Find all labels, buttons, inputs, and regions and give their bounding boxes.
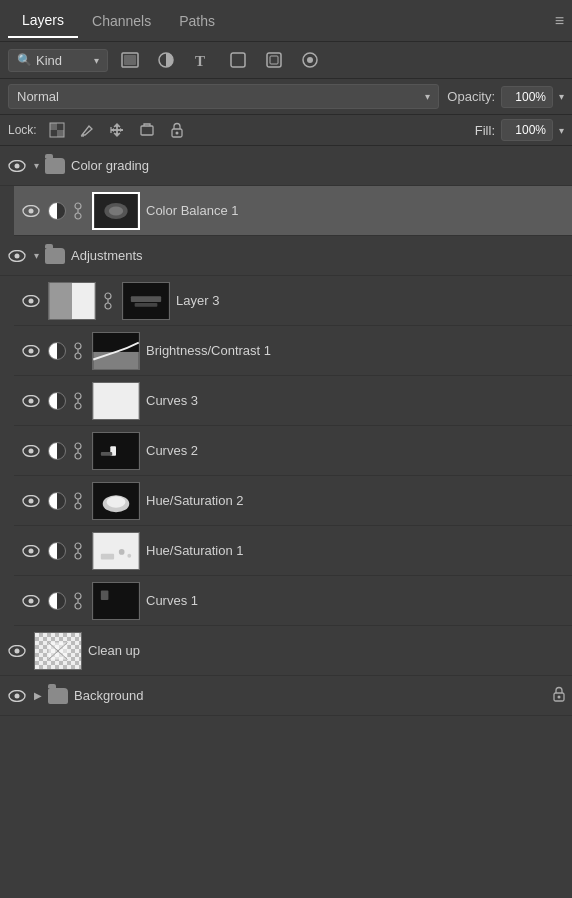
layer-row[interactable]: ▶ Background: [0, 676, 572, 716]
svg-rect-48: [93, 351, 138, 368]
layer-name: Hue/Saturation 2: [146, 493, 566, 508]
group-chevron-icon[interactable]: ▾: [34, 250, 39, 261]
kind-label: Kind: [36, 53, 90, 68]
lock-artboard-button[interactable]: [135, 119, 159, 141]
tab-paths[interactable]: Paths: [165, 5, 229, 37]
visibility-toggle[interactable]: [20, 495, 42, 507]
layers-list: ▾ Color grading Color Balance 1: [0, 146, 572, 898]
svg-rect-62: [101, 451, 112, 455]
shape-filter-icon[interactable]: [224, 47, 252, 73]
adjustment-icon: [48, 202, 66, 220]
kind-filter-dropdown[interactable]: 🔍 Kind ▾: [8, 49, 108, 72]
layer-row[interactable]: Color Balance 1: [14, 186, 572, 236]
svg-rect-85: [93, 583, 138, 619]
layer-row[interactable]: Brightness/Contrast 1: [14, 326, 572, 376]
svg-point-50: [29, 398, 34, 403]
svg-point-66: [75, 503, 81, 509]
layer-thumbnail: [34, 632, 82, 670]
svg-text:T: T: [195, 53, 205, 69]
group-chevron-icon[interactable]: ▶: [34, 690, 42, 701]
group-chevron-icon[interactable]: ▾: [34, 160, 39, 171]
visibility-toggle[interactable]: [20, 445, 42, 457]
adjustment-icon: [48, 392, 66, 410]
layer-row[interactable]: Hue/Saturation 1: [14, 526, 572, 576]
svg-rect-6: [270, 56, 278, 64]
svg-rect-5: [267, 53, 281, 67]
lock-position-button[interactable]: [105, 119, 129, 141]
opacity-input[interactable]: [501, 86, 553, 108]
visibility-toggle[interactable]: [20, 345, 42, 357]
layer-thumbnail: [92, 432, 140, 470]
lock-all-button[interactable]: [165, 119, 189, 141]
adjustment-icon: [48, 442, 66, 460]
layer-row[interactable]: Curves 1: [14, 576, 572, 626]
svg-point-23: [29, 208, 34, 213]
svg-point-21: [15, 163, 20, 168]
clip-mask-icon: [72, 592, 86, 610]
layer-row[interactable]: Curves 2: [14, 426, 572, 476]
clip-mask-icon: [72, 442, 86, 460]
visibility-toggle[interactable]: [6, 645, 28, 657]
svg-point-52: [75, 403, 81, 409]
blend-mode-dropdown[interactable]: Normal ▾: [8, 84, 439, 109]
layer-row[interactable]: Hue/Saturation 2: [14, 476, 572, 526]
visibility-toggle[interactable]: [20, 295, 42, 307]
layer-thumbnail: [48, 282, 96, 320]
lock-transparent-button[interactable]: [45, 119, 69, 141]
layer-name: Color Balance 1: [146, 203, 566, 218]
opacity-section: Opacity: ▾: [447, 86, 564, 108]
svg-point-58: [75, 453, 81, 459]
layer-name: Curves 1: [146, 593, 566, 608]
layer-name: Hue/Saturation 1: [146, 543, 566, 558]
svg-point-19: [175, 132, 178, 135]
svg-point-57: [75, 443, 81, 449]
layer-row[interactable]: ▾ Color grading: [0, 146, 572, 186]
tab-channels[interactable]: Channels: [78, 5, 165, 37]
image-filter-icon[interactable]: [116, 47, 144, 73]
pixel-filter-icon[interactable]: [296, 47, 324, 73]
fill-label: Fill:: [475, 123, 495, 138]
folder-icon: [48, 688, 68, 704]
smart-filter-icon[interactable]: [260, 47, 288, 73]
svg-point-81: [29, 598, 34, 603]
lock-row: Lock:: [0, 115, 572, 146]
layer-thumbnail: [92, 482, 140, 520]
layer-lock-icon: [552, 686, 566, 705]
svg-rect-10: [50, 123, 57, 130]
halftone-filter-icon[interactable]: [152, 47, 180, 73]
visibility-toggle[interactable]: [6, 250, 28, 262]
svg-point-43: [29, 348, 34, 353]
blend-mode-row: Normal ▾ Opacity: ▾: [0, 79, 572, 115]
svg-rect-86: [101, 590, 109, 599]
svg-point-74: [75, 553, 81, 559]
visibility-toggle[interactable]: [20, 395, 42, 407]
fill-input[interactable]: [501, 119, 553, 141]
layer-name: Curves 2: [146, 443, 566, 458]
opacity-chevron-icon[interactable]: ▾: [559, 91, 564, 102]
svg-point-88: [15, 648, 20, 653]
svg-rect-54: [93, 383, 138, 419]
layer-row[interactable]: ▾ Adjustments: [0, 236, 572, 276]
lock-label: Lock:: [8, 123, 37, 137]
visibility-toggle[interactable]: [20, 545, 42, 557]
type-filter-icon[interactable]: T: [188, 47, 216, 73]
visibility-toggle[interactable]: [20, 205, 42, 217]
visibility-toggle[interactable]: [6, 690, 28, 702]
svg-point-82: [75, 593, 81, 599]
layer-row[interactable]: Curves 3: [14, 376, 572, 426]
layer-name: Color grading: [71, 158, 566, 173]
svg-point-65: [75, 493, 81, 499]
layer-row[interactable]: Clean up: [0, 626, 572, 676]
fill-chevron-icon[interactable]: ▾: [559, 125, 564, 136]
tab-layers[interactable]: Layers: [8, 4, 78, 38]
svg-rect-40: [131, 296, 161, 302]
svg-rect-4: [231, 53, 245, 67]
svg-point-70: [107, 496, 126, 507]
visibility-toggle[interactable]: [6, 160, 28, 172]
lock-image-pixels-button[interactable]: [75, 119, 99, 141]
adjustment-icon: [48, 342, 66, 360]
layer-row[interactable]: Layer 3: [14, 276, 572, 326]
panel-menu-icon[interactable]: ≡: [555, 12, 564, 30]
visibility-toggle[interactable]: [20, 595, 42, 607]
layer-mask-thumbnail: [122, 282, 170, 320]
